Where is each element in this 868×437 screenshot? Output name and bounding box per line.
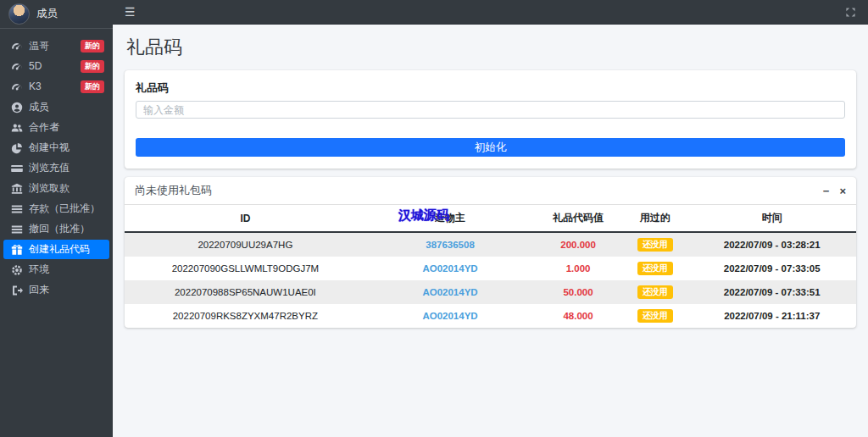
user-name: 成员 (36, 7, 58, 21)
sidebar-item-partners[interactable]: 合作者 (3, 118, 109, 137)
table-row: 20220709UU29A7HG 387636508 200.000 还没用 2… (125, 232, 856, 257)
credit-card-icon (11, 163, 23, 174)
tachometer-icon (11, 81, 23, 93)
sidebar-item-label: 存款（已批准） (29, 202, 100, 215)
cell-time: 2022/07/09 - 21:11:37 (687, 304, 856, 328)
cell-id: 202207090GSLLWMLT9ODGJ7M (125, 257, 366, 280)
sidebar-item-label: 温哥 (29, 40, 49, 53)
sidebar-item-withdrawals-approved[interactable]: 撤回（批准） (3, 219, 109, 239)
top-navbar: ☰ (113, 0, 868, 25)
card-title: 尚未使用礼包码 (135, 183, 212, 198)
sidebar: 成员 温哥 新的 5D 新的 K3 新的 成员 合作者 创建中视 (0, 0, 113, 437)
sidebar-menu: 温哥 新的 5D 新的 K3 新的 成员 合作者 创建中视 浏览充值 (0, 29, 113, 300)
user-icon (11, 102, 23, 113)
new-badge: 新的 (81, 40, 104, 53)
sidebar-item-label: 回来 (29, 284, 49, 296)
cell-id: 20220709RKS8ZYXM47R2BYRZ (125, 304, 366, 328)
sidebar-item-environment[interactable]: 环境 (3, 260, 109, 279)
close-icon[interactable]: × (839, 185, 846, 196)
sidebar-user-panel: 成员 (0, 0, 113, 29)
sidebar-item-create-video[interactable]: 创建中视 (3, 138, 109, 158)
list-icon (11, 224, 23, 235)
sidebar-item-k3[interactable]: K3 新的 (3, 77, 109, 97)
sidebar-item-browse-recharge[interactable]: 浏览充值 (3, 158, 109, 178)
sidebar-item-label: 成员 (29, 101, 49, 113)
unused-codes-card: 尚未使用礼包码 − × ID 造物主 礼品代码值 用过的 时间 (125, 177, 856, 328)
column-header-id: ID (125, 205, 366, 232)
sidebar-item-label: 创建中视 (29, 141, 70, 154)
sidebar-item-label: 撤回（批准） (29, 223, 90, 235)
status-badge: 还没用 (637, 262, 673, 275)
table-header-row: ID 造物主 礼品代码值 用过的 时间 (125, 205, 856, 232)
creator-link[interactable]: AO02014YD (422, 311, 477, 321)
tachometer-icon (11, 41, 23, 53)
sidebar-item-browse-withdraw[interactable]: 浏览取款 (3, 179, 109, 198)
cell-value: 200.000 (534, 232, 622, 257)
gift-code-label: 礼品码 (136, 80, 845, 96)
new-badge: 新的 (81, 60, 104, 73)
sidebar-item-create-gift-code[interactable]: 创建礼品代码 (3, 240, 109, 259)
gift-code-form-card: 礼品码 初始化 (125, 70, 856, 169)
cell-time: 2022/07/09 - 07:33:05 (687, 257, 856, 280)
new-badge: 新的 (81, 80, 104, 93)
sidebar-item-label: 浏览充值 (29, 162, 70, 174)
sidebar-item-label: K3 (29, 80, 42, 93)
sidebar-item-label: 5D (29, 60, 42, 73)
tachometer-icon (11, 61, 23, 73)
sidebar-item-wenge[interactable]: 温哥 新的 (3, 36, 109, 56)
sidebar-item-label: 浏览取款 (29, 182, 70, 195)
sidebar-item-label: 创建礼品代码 (29, 243, 90, 256)
cell-id: 20220709UU29A7HG (125, 232, 366, 257)
content-area: 礼品码 礼品码 初始化 尚未使用礼包码 − × ID 造物主 礼品代码值 (113, 25, 868, 437)
initialize-button[interactable]: 初始化 (136, 138, 845, 157)
column-header-time: 时间 (687, 205, 856, 232)
menu-toggle-icon[interactable]: ☰ (125, 6, 136, 18)
status-badge: 还没用 (637, 285, 673, 299)
creator-link[interactable]: 387636508 (426, 240, 475, 250)
column-header-used: 用过的 (622, 205, 688, 232)
cell-time: 2022/07/09 - 03:28:21 (687, 232, 856, 257)
column-header-value: 礼品代码值 (534, 205, 622, 232)
cell-value: 50.000 (534, 280, 622, 304)
table-row: 2022070988SP65NAUW1UAE0I AO02014YD 50.00… (125, 280, 856, 304)
table-row: 202207090GSLLWMLT9ODGJ7M AO02014YD 1.000… (125, 257, 856, 280)
gift-icon (11, 244, 23, 256)
gift-codes-table: ID 造物主 礼品代码值 用过的 时间 20220709UU29A7HG 387… (125, 205, 856, 328)
list-icon (11, 203, 23, 215)
user-avatar[interactable] (8, 3, 30, 25)
sidebar-item-label: 合作者 (29, 121, 59, 134)
cell-time: 2022/07/09 - 07:33:51 (687, 280, 856, 304)
cell-id: 2022070988SP65NAUW1UAE0I (125, 280, 366, 304)
sidebar-item-members[interactable]: 成员 (3, 97, 109, 117)
page-title: 礼品码 (126, 35, 856, 60)
cell-value: 48.000 (534, 304, 622, 328)
creator-link[interactable]: AO02014YD (422, 263, 477, 274)
chart-pie-icon (11, 142, 23, 154)
fullscreen-icon[interactable] (845, 7, 856, 18)
sidebar-item-logout[interactable]: 回来 (3, 280, 109, 300)
status-badge: 还没用 (637, 309, 673, 323)
card-header: 尚未使用礼包码 − × (125, 177, 856, 205)
signout-icon (11, 285, 23, 296)
column-header-creator: 造物主 (366, 205, 534, 232)
minimize-icon[interactable]: − (823, 185, 830, 196)
status-badge: 还没用 (637, 238, 673, 252)
sidebar-item-5d[interactable]: 5D 新的 (3, 57, 109, 76)
amount-input[interactable] (136, 101, 845, 119)
sidebar-item-label: 环境 (29, 263, 49, 276)
gear-icon (11, 264, 23, 276)
users-icon (11, 122, 23, 134)
bank-icon (11, 183, 23, 195)
cell-value: 1.000 (534, 257, 622, 280)
table-row: 20220709RKS8ZYXM47R2BYRZ AO02014YD 48.00… (125, 304, 856, 328)
creator-link[interactable]: AO02014YD (422, 287, 477, 297)
card-tools: − × (823, 185, 846, 196)
sidebar-item-deposits-approved[interactable]: 存款（已批准） (3, 199, 109, 218)
